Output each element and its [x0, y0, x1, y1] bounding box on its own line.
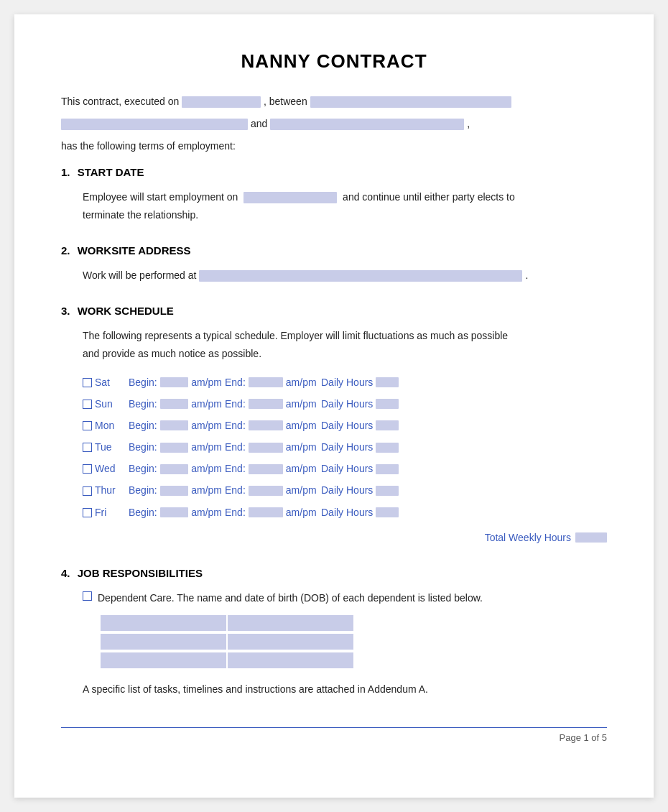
daily-label-mon: Daily Hours	[321, 417, 373, 435]
s2-end: .	[525, 267, 528, 285]
begin-field-sun[interactable]	[160, 399, 189, 409]
begin-label-fri: Begin:	[129, 504, 157, 522]
schedule-row-sun: Sun Begin: am/pm End: am/pm Daily Hours	[83, 395, 607, 413]
dep-dob-1[interactable]	[228, 615, 353, 631]
page: NANNY CONTRACT This contract, executed o…	[14, 14, 654, 798]
day-check-thur: Thur	[83, 481, 126, 499]
dep-care-line: Dependent Care. The name and date of bir…	[83, 589, 607, 607]
begin-label-sat: Begin:	[129, 374, 157, 392]
day-checkbox-wed[interactable]	[83, 464, 92, 474]
hours-group-thur: Daily Hours	[321, 481, 399, 499]
end-label-mon: End:	[225, 417, 246, 435]
day-checkbox-tue[interactable]	[83, 443, 92, 452]
dep-row-1	[100, 614, 607, 632]
day-label-thur: Thur	[95, 481, 116, 499]
s2-pre: Work will be performed at	[83, 267, 196, 285]
section1-body: Employee will start employment on and co…	[61, 188, 607, 224]
dep-name-1[interactable]	[101, 615, 226, 631]
intro-line2: and ,	[61, 115, 607, 133]
day-checkbox-fri[interactable]	[83, 508, 92, 517]
executed-date-field[interactable]	[182, 96, 261, 108]
day-check-sun: Sun	[83, 395, 126, 413]
party2a-field[interactable]	[61, 119, 248, 130]
begin-field-mon[interactable]	[160, 420, 189, 430]
begin-ampm-mon: am/pm	[191, 417, 222, 435]
schedule-row-mon: Mon Begin: am/pm End: am/pm Daily Hours	[83, 417, 607, 435]
end-group-mon: End: am/pm	[225, 417, 318, 435]
section2-body: Work will be performed at .	[61, 267, 607, 285]
dep-name-2[interactable]	[101, 634, 226, 650]
hours-group-mon: Daily Hours	[321, 417, 399, 435]
dependent-table	[100, 614, 607, 669]
begin-ampm-sun: am/pm	[191, 395, 222, 413]
party1-field[interactable]	[310, 96, 511, 108]
daily-field-tue[interactable]	[376, 443, 399, 453]
section-worksite: 2. WORKSITE ADDRESS Work will be perform…	[61, 244, 607, 285]
daily-label-sat: Daily Hours	[321, 374, 373, 392]
end-ampm-thur: am/pm	[286, 481, 317, 499]
end-field-sat[interactable]	[249, 377, 283, 387]
schedule-rows: Sat Begin: am/pm End: am/pm Daily Hours …	[83, 374, 607, 522]
end-field-wed[interactable]	[249, 464, 283, 474]
daily-field-sun[interactable]	[376, 399, 399, 409]
day-label-fri: Fri	[95, 504, 106, 522]
begin-field-wed[interactable]	[160, 464, 189, 474]
daily-field-mon[interactable]	[376, 420, 399, 430]
dep-name-3[interactable]	[101, 652, 226, 668]
end-ampm-fri: am/pm	[286, 504, 317, 522]
begin-group-thur: Begin: am/pm	[129, 481, 222, 499]
s1-pre: Employee will start employment on	[83, 191, 238, 203]
daily-label-sun: Daily Hours	[321, 395, 373, 413]
begin-ampm-tue: am/pm	[191, 438, 222, 456]
hours-group-sun: Daily Hours	[321, 395, 399, 413]
dep-care-checkbox[interactable]	[83, 591, 92, 601]
daily-field-fri[interactable]	[376, 507, 399, 517]
section4-heading: 4. JOB RESPONSIBILITIES	[61, 567, 607, 579]
end-group-wed: End: am/pm	[225, 460, 318, 478]
start-date-field[interactable]	[243, 192, 337, 203]
daily-label-tue: Daily Hours	[321, 438, 373, 456]
total-weekly-field[interactable]	[575, 532, 607, 543]
daily-field-wed[interactable]	[376, 464, 399, 474]
begin-ampm-thur: am/pm	[191, 481, 222, 499]
end-ampm-wed: am/pm	[286, 460, 317, 478]
daily-field-thur[interactable]	[376, 486, 399, 496]
end-field-fri[interactable]	[249, 507, 283, 517]
daily-label-wed: Daily Hours	[321, 460, 373, 478]
end-field-tue[interactable]	[249, 443, 283, 453]
day-checkbox-mon[interactable]	[83, 421, 92, 430]
begin-field-fri[interactable]	[160, 507, 189, 517]
begin-field-sat[interactable]	[160, 377, 189, 387]
end-group-thur: End: am/pm	[225, 481, 318, 499]
end-field-mon[interactable]	[249, 420, 283, 430]
begin-group-sat: Begin: am/pm	[129, 374, 222, 392]
hours-group-tue: Daily Hours	[321, 438, 399, 456]
worksite-address-field[interactable]	[199, 270, 522, 282]
begin-field-thur[interactable]	[160, 486, 189, 496]
end-field-thur[interactable]	[249, 486, 283, 496]
day-checkbox-sat[interactable]	[83, 378, 92, 387]
intro-line3: has the following terms of employment:	[61, 137, 607, 155]
hours-group-wed: Daily Hours	[321, 460, 399, 478]
schedule-row-wed: Wed Begin: am/pm End: am/pm Daily Hours	[83, 460, 607, 478]
day-checkbox-sun[interactable]	[83, 400, 92, 409]
section-work-schedule: 3. WORK SCHEDULE The following represent…	[61, 305, 607, 547]
intro-comma: ,	[467, 115, 470, 133]
begin-group-mon: Begin: am/pm	[129, 417, 222, 435]
dep-care-label: Dependent Care. The name and date of bir…	[98, 589, 483, 607]
end-field-sun[interactable]	[249, 399, 283, 409]
begin-field-tue[interactable]	[160, 443, 189, 453]
end-ampm-mon: am/pm	[286, 417, 317, 435]
daily-field-sat[interactable]	[376, 377, 399, 387]
dep-dob-2[interactable]	[228, 634, 353, 650]
end-ampm-sun: am/pm	[286, 395, 317, 413]
section4-body: Dependent Care. The name and date of bir…	[61, 589, 607, 698]
party2b-field[interactable]	[270, 119, 464, 130]
end-group-tue: End: am/pm	[225, 438, 318, 456]
hours-group-fri: Daily Hours	[321, 504, 399, 522]
s1-mid: and continue until either party elects t…	[343, 191, 515, 203]
begin-group-sun: Begin: am/pm	[129, 395, 222, 413]
end-label-thur: End:	[225, 481, 246, 499]
day-checkbox-thur[interactable]	[83, 486, 92, 496]
dep-dob-3[interactable]	[228, 652, 353, 668]
